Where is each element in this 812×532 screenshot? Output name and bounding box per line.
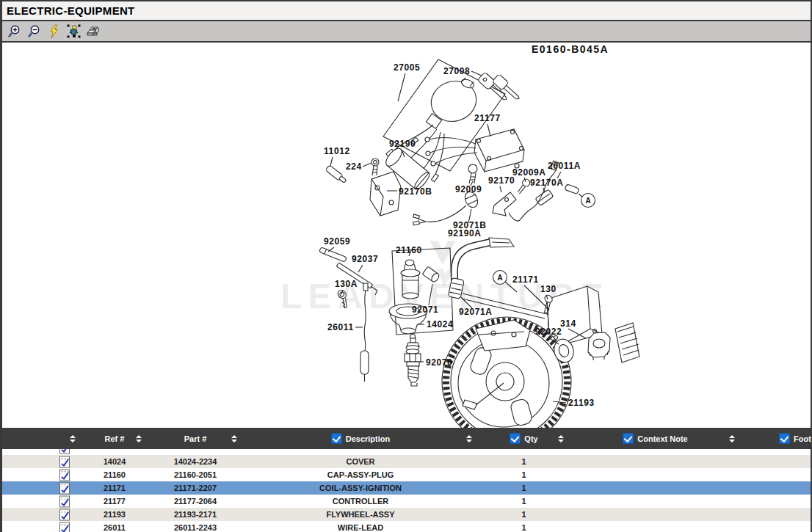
- column-header-part: Part #: [148, 428, 243, 449]
- part-bracket-92170B[interactable]: [370, 172, 401, 216]
- table-row[interactable]: 26011 26011-2243 WIRE-LEAD 1: [2, 521, 811, 532]
- ref-cell: 21160: [81, 470, 148, 479]
- part-screw-224[interactable]: [371, 158, 379, 175]
- parts-table: Ref # Part # Description Qty Context Not…: [2, 428, 811, 532]
- part-note-icon: [59, 449, 71, 454]
- parts-viewer-window: ELECTRIC-EQUIPMENT: [0, 0, 812, 532]
- label-11012: 11012: [324, 146, 350, 156]
- label-21160: 21160: [396, 245, 422, 255]
- hotspot-select-button[interactable]: [65, 23, 81, 40]
- label-92071A: 92071A: [459, 307, 493, 317]
- label-130: 130: [540, 284, 557, 294]
- part-note-icon[interactable]: [59, 522, 71, 532]
- qty-cell: 1: [478, 484, 570, 492]
- sort-icon[interactable]: [231, 435, 237, 442]
- part-screw-92009A[interactable]: [515, 178, 532, 194]
- label-21171: 21171: [512, 274, 539, 285]
- zoom-out-button[interactable]: [26, 23, 42, 40]
- part-tube-92059[interactable]: [319, 247, 347, 263]
- parts-diagram-area[interactable]: LEADVENTURE E0160-B045A: [2, 43, 811, 428]
- label-92009A: 92009A: [512, 167, 546, 178]
- column-header-qty: Qty: [478, 428, 570, 449]
- label-92022: 92022: [535, 327, 562, 337]
- column-header-icon: [2, 428, 81, 449]
- label-92070: 92070: [426, 357, 452, 368]
- label-92170: 92170: [488, 175, 515, 186]
- label-224: 224: [346, 161, 362, 172]
- lightning-icon: [47, 24, 60, 39]
- parts-diagram-svg: LEADVENTURE E0160-B045A: [2, 43, 811, 428]
- table-row[interactable]: 14024 14024-2234 COVER 1: [2, 455, 811, 468]
- label-92071: 92071: [412, 305, 438, 315]
- part-note-icon[interactable]: [59, 469, 71, 481]
- ref-cell: 14024: [81, 457, 148, 466]
- table-row[interactable]: 21160 21160-2051 CAP-ASSY-PLUG 1: [2, 468, 811, 481]
- label-27005: 27005: [394, 62, 420, 73]
- table-row-selected[interactable]: 21171 21171-2207 COIL-ASSY-IGNITION 1: [2, 481, 811, 495]
- sort-icon[interactable]: [466, 435, 472, 442]
- view-marker-a1: A: [581, 194, 595, 208]
- figure-code: E0160-B045A: [532, 43, 609, 55]
- part-note-icon[interactable]: [59, 509, 71, 521]
- print-button[interactable]: [85, 23, 101, 40]
- part-cell: 14024-2234: [148, 457, 243, 466]
- description-checkbox[interactable]: [331, 433, 342, 444]
- toolbar: [2, 21, 811, 43]
- table-row[interactable]: 21193 21193-2171 FLYWHEEL-ASSY 1: [2, 508, 811, 521]
- label-92037: 92037: [352, 254, 378, 264]
- part-cell: 21171-2207: [148, 484, 243, 492]
- lightning-button[interactable]: [46, 23, 62, 40]
- description-cell: WIRE-LEAD: [243, 523, 478, 532]
- part-cell: 21177-2064: [148, 497, 243, 506]
- part-note-icon[interactable]: [59, 456, 71, 468]
- label-21193: 21193: [568, 398, 595, 408]
- footnote-checkbox[interactable]: [779, 433, 790, 444]
- description-cell: FLYWHEEL-ASSY: [243, 510, 478, 519]
- label-26011A: 26011A: [548, 161, 581, 171]
- description-cell: CONTROLLER: [243, 497, 478, 506]
- part-cap-11012[interactable]: [325, 165, 347, 184]
- column-header-footnote: Foot: [741, 428, 811, 449]
- qty-cell: 1: [478, 523, 570, 532]
- table-header: Ref # Part # Description Qty Context Not…: [2, 428, 811, 449]
- label-92170B: 92170B: [399, 186, 432, 197]
- part-note-icon[interactable]: [59, 495, 71, 508]
- column-header-description: Description: [243, 428, 478, 449]
- sort-icon[interactable]: [70, 435, 76, 442]
- zoom-in-button[interactable]: [6, 23, 22, 40]
- label-27008: 27008: [443, 66, 470, 76]
- qty-cell: 1: [478, 497, 570, 506]
- sort-icon[interactable]: [136, 435, 142, 442]
- sort-icon[interactable]: [729, 435, 735, 442]
- ref-cell: 21171: [81, 484, 148, 492]
- part-spark-plug[interactable]: [405, 335, 421, 387]
- label-314: 314: [560, 318, 576, 329]
- part-bracket-92170[interactable]: [493, 192, 516, 216]
- table-row-partial: [2, 449, 811, 455]
- label-14024: 14024: [427, 319, 453, 329]
- description-cell: CAP-ASSY-PLUG: [243, 470, 478, 479]
- part-note-icon[interactable]: [59, 482, 71, 495]
- column-header-context-note: Context Note: [570, 428, 741, 449]
- qty-cell: 1: [478, 457, 570, 466]
- svg-text:A: A: [585, 197, 590, 205]
- part-nut-314[interactable]: [588, 332, 610, 360]
- description-cell: COIL-ASSY-IGNITION: [243, 484, 478, 492]
- qty-cell: 1: [478, 470, 570, 479]
- print-icon: [86, 25, 101, 38]
- ref-cell: 21177: [81, 497, 148, 506]
- ref-cell: 26011: [81, 523, 148, 532]
- page-title: ELECTRIC-EQUIPMENT: [2, 4, 135, 17]
- svg-text:A: A: [497, 274, 502, 282]
- label-21177: 21177: [474, 113, 501, 123]
- hotspot-select-icon: [67, 24, 81, 38]
- part-cell: 21160-2051: [148, 470, 243, 479]
- table-row[interactable]: 21177 21177-2064 CONTROLLER 1: [2, 495, 811, 508]
- sort-icon[interactable]: [558, 435, 564, 442]
- context-note-checkbox[interactable]: [623, 433, 634, 444]
- part-bolt-92009[interactable]: [468, 164, 477, 183]
- part-keys[interactable]: [477, 72, 522, 103]
- title-bar: ELECTRIC-EQUIPMENT: [2, 1, 811, 21]
- qty-checkbox[interactable]: [510, 433, 521, 444]
- label-92190: 92190: [389, 139, 416, 149]
